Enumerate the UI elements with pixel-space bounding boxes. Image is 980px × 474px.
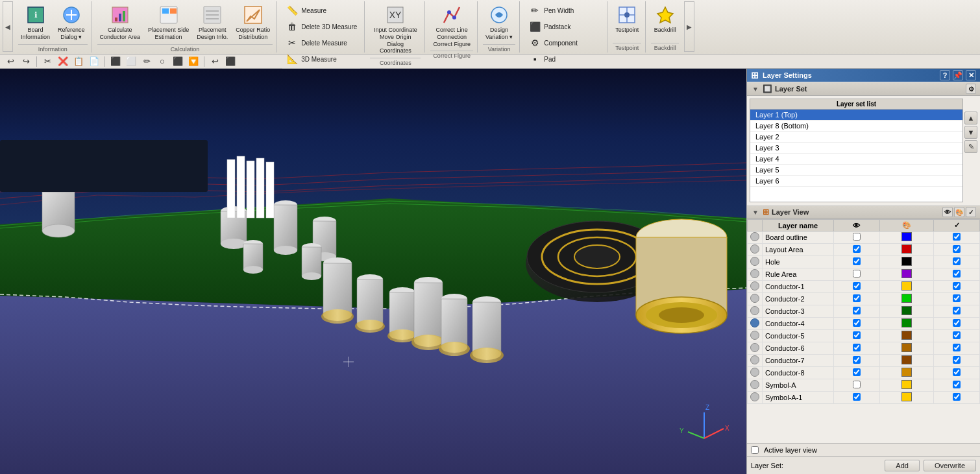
layer-visible2-conductor4[interactable] (953, 319, 961, 327)
layer-visible1-conductor3[interactable] (853, 307, 861, 314)
layer-set-scroll-up[interactable]: ▲ (964, 112, 977, 124)
panel-close-button[interactable]: ✕ (966, 70, 976, 80)
layer-view-collapse[interactable]: ▼ (751, 207, 760, 217)
layer-visible1-conductor5[interactable] (853, 331, 861, 339)
layer-visible2-conductor6[interactable] (953, 344, 961, 351)
layer-view-eye-btn[interactable]: 👁 (942, 207, 953, 217)
layer-row-rule-area[interactable]: Rule Area (748, 268, 980, 281)
layer-visible2-symbol-a[interactable] (953, 381, 961, 388)
layer-color-board-outline[interactable] (901, 232, 912, 241)
pen-width-button[interactable]: ✏ Pen Width (525, 3, 603, 18)
overwrite-button[interactable]: Overwrite (924, 460, 976, 471)
layer-visible1-conductor6[interactable] (853, 344, 861, 351)
layer-set-list[interactable]: Layer set list Layer 1 (Top)Layer 8 (Bot… (750, 99, 963, 202)
layer-set-item-layer2[interactable]: Layer 2 (750, 132, 962, 143)
layer-visible2-layout-area[interactable] (953, 245, 961, 253)
layer-set-item-layer6[interactable]: Layer 6 (750, 176, 962, 187)
layer-visible1-conductor8[interactable] (853, 368, 861, 376)
qa-dropdown[interactable]: 🔽 (187, 56, 200, 67)
toolbar-nav-right[interactable]: ▶ (684, 1, 694, 52)
layer-row-conductor1[interactable]: Conductor-1 (748, 281, 980, 293)
layer-visible2-rule-area[interactable] (953, 270, 961, 278)
layer-visible1-conductor1[interactable] (853, 282, 861, 290)
padstack-button[interactable]: ⬛ Padstack (525, 19, 603, 34)
qa-filled[interactable]: ⬛ (171, 56, 184, 67)
delete-3d-measure-button[interactable]: 🗑 Delete 3D Measure (282, 19, 360, 34)
qa-cut[interactable]: ✂ (41, 56, 54, 67)
qa-circle[interactable]: ○ (156, 56, 169, 67)
layer-set-item-layer5[interactable]: Layer 5 (750, 165, 962, 176)
layer-visible2-conductor1[interactable] (953, 282, 961, 290)
qa-line[interactable]: ✏ (140, 56, 153, 67)
qa-outline-rect[interactable]: ⬜ (125, 56, 138, 67)
backdrill-button[interactable]: Backdrill (652, 3, 679, 35)
layer-row-layout-area[interactable]: Layout Area (748, 244, 980, 256)
layer-view-check-btn[interactable]: ✓ (966, 207, 976, 217)
qa-redo[interactable]: ↪ (19, 56, 32, 67)
qa-back[interactable]: ↩ (208, 56, 221, 67)
qa-undo[interactable]: ↩ (4, 56, 17, 67)
copper-ratio-button[interactable]: Copper RatioDistribution (233, 3, 273, 43)
layer-row-hole[interactable]: Hole (748, 256, 980, 268)
layer-visible1-conductor7[interactable] (853, 356, 861, 364)
layer-row-conductor3[interactable]: Conductor-3 (748, 305, 980, 318)
layer-color-conductor2[interactable] (901, 294, 912, 303)
layer-visible2-symbol-a1[interactable] (953, 393, 961, 401)
layer-color-conductor6[interactable] (901, 343, 912, 352)
add-button[interactable]: Add (885, 460, 920, 471)
layer-set-edit-btn[interactable]: ✎ (964, 140, 977, 153)
layer-row-symbol-a[interactable]: Symbol-A (748, 379, 980, 392)
layer-set-item-layer3[interactable]: Layer 3 (750, 143, 962, 154)
board-information-button[interactable]: ℹ BoardInformation (18, 3, 53, 43)
layer-view-table-container[interactable]: Layer name 👁 🎨 ✓ Board outlineLayout Are… (747, 219, 980, 443)
layer-color-conductor5[interactable] (901, 331, 912, 340)
qa-copy[interactable]: 📋 (72, 56, 85, 67)
layer-color-hole[interactable] (901, 257, 912, 266)
layer-visible1-symbol-a[interactable] (853, 381, 861, 388)
design-variation-button[interactable]: DesignVariation ▾ (483, 3, 515, 43)
active-layer-view-label[interactable]: Active layer view (764, 446, 817, 454)
layer-visible1-conductor2[interactable] (853, 294, 861, 302)
pad-button[interactable]: ▪ Pad (525, 51, 603, 67)
measure-button[interactable]: 📏 Measure (282, 3, 360, 18)
calc-conductor-button[interactable]: CalculateConductor Area (97, 3, 143, 43)
layer-color-layout-area[interactable] (901, 244, 912, 254)
placement-design-button[interactable]: PlacementDesign Info. (194, 3, 230, 43)
layer-set-collapse[interactable]: ▼ (751, 84, 760, 93)
layer-row-conductor8[interactable]: Conductor-8 (748, 367, 980, 379)
layer-visible2-conductor5[interactable] (953, 331, 961, 339)
layer-set-item-layer8[interactable]: Layer 8 (Bottom) (750, 121, 962, 132)
layer-visible2-conductor3[interactable] (953, 307, 961, 314)
layer-set-item-layer1[interactable]: Layer 1 (Top) (750, 110, 962, 121)
qa-grid[interactable]: ⬛ (224, 56, 237, 67)
layer-color-conductor4[interactable] (901, 318, 912, 327)
layer-visible1-board-outline[interactable] (853, 233, 861, 241)
layer-row-conductor5[interactable]: Conductor-5 (748, 330, 980, 342)
delete-measure-button[interactable]: ✂ Delete Measure (282, 35, 360, 51)
layer-color-symbol-a1[interactable] (901, 392, 912, 401)
layer-visible2-board-outline[interactable] (953, 233, 961, 241)
layer-visible2-conductor7[interactable] (953, 356, 961, 364)
layer-color-conductor8[interactable] (901, 368, 912, 377)
3d-measure-button[interactable]: 📐 3D Measure (282, 51, 360, 67)
layer-visible1-conductor4[interactable] (853, 319, 861, 327)
layer-visible2-hole[interactable] (953, 257, 961, 265)
reference-dialog-button[interactable]: ReferenceDialog ▾ (55, 3, 88, 43)
panel-help-button[interactable]: ? (940, 70, 950, 80)
qa-paste[interactable]: 📄 (88, 56, 101, 67)
toolbar-nav-left[interactable]: ◀ (3, 1, 13, 52)
layer-visible2-conductor8[interactable] (953, 368, 961, 376)
layer-row-board-outline[interactable]: Board outline (748, 231, 980, 244)
layer-row-conductor7[interactable]: Conductor-7 (748, 355, 980, 367)
active-layer-view-checkbox[interactable] (751, 446, 759, 454)
layer-visible2-conductor2[interactable] (953, 294, 961, 302)
layer-row-symbol-a1[interactable]: Symbol-A-1 (748, 392, 980, 404)
layer-color-symbol-a[interactable] (901, 380, 912, 389)
viewport[interactable]: Z X Y (0, 69, 746, 474)
layer-visible1-layout-area[interactable] (853, 245, 861, 253)
layer-color-conductor3[interactable] (901, 306, 912, 315)
input-coord-button[interactable]: XY Input Coordinate Move Origin Dialog C… (370, 3, 421, 56)
qa-fill-rect[interactable]: ⬛ (109, 56, 122, 67)
layer-view-color-btn[interactable]: 🎨 (954, 207, 964, 217)
layer-set-item-layer4[interactable]: Layer 4 (750, 154, 962, 165)
